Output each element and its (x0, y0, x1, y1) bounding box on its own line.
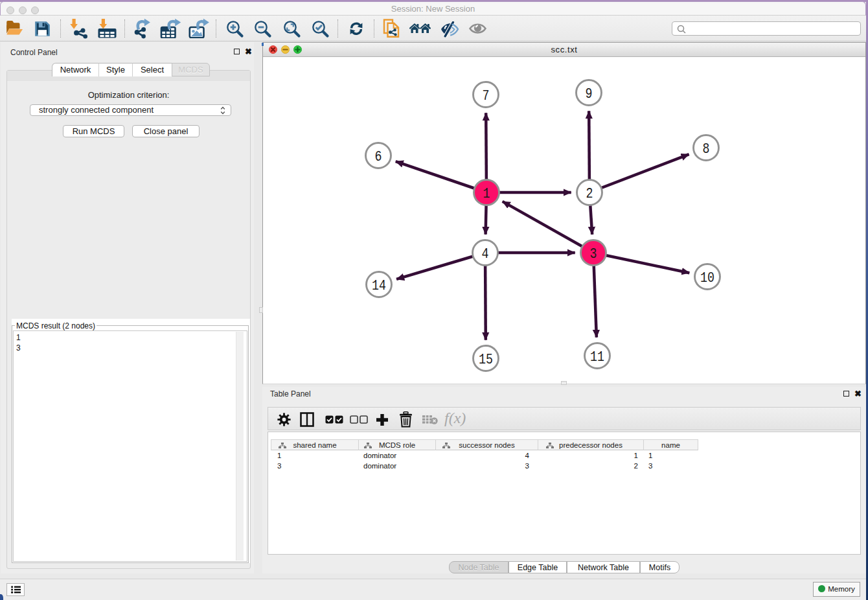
svg-text:6: 6 (375, 148, 382, 165)
svg-text:8: 8 (703, 141, 710, 157)
svg-text:10: 10 (700, 270, 714, 286)
svg-text:9: 9 (586, 86, 593, 102)
svg-text:2: 2 (586, 185, 593, 202)
svg-text:11: 11 (590, 349, 604, 365)
svg-text:15: 15 (479, 351, 493, 367)
svg-text:7: 7 (483, 87, 490, 104)
svg-text:14: 14 (372, 277, 386, 294)
svg-text:4: 4 (482, 246, 489, 262)
svg-text:1: 1 (483, 185, 490, 202)
svg-text:3: 3 (590, 246, 597, 262)
